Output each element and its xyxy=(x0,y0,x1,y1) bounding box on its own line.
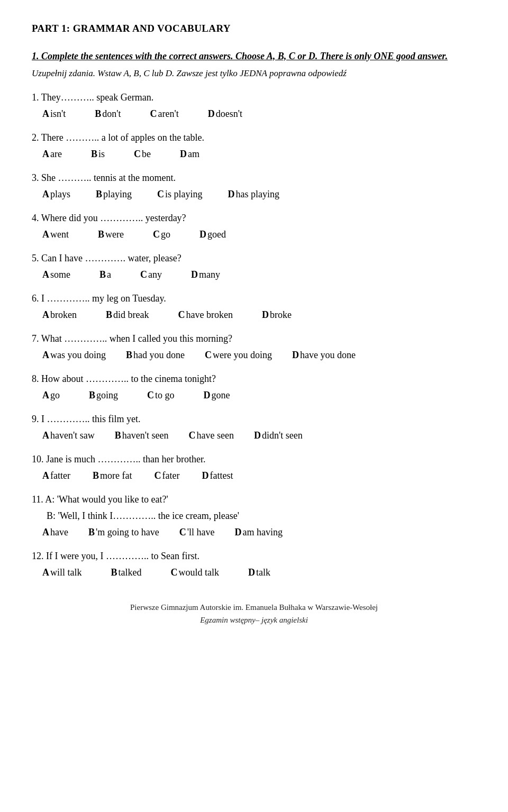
question-block-11: 11. A: 'What would you like to eat?'B: '… xyxy=(32,492,476,540)
answer-text-7-D: have you done xyxy=(300,348,356,362)
answer-text-1-D: doesn't xyxy=(216,107,242,121)
answers-line-1: A isn'tB don'tC aren'tD doesn't xyxy=(32,107,476,121)
answer-letter-10-D: D xyxy=(202,469,208,483)
answer-item-7-D: D have you done xyxy=(292,348,356,362)
question-block-7: 7. What ………….. when I called you this mo… xyxy=(32,332,476,362)
answer-text-3-B: playing xyxy=(103,187,132,202)
question-line-4: 4. Where did you ………….. yesterday? xyxy=(32,211,476,225)
answer-text-10-C: fater xyxy=(162,469,179,483)
question-line-9: 9. I ………….. this film yet. xyxy=(32,412,476,426)
answer-letter-8-C: C xyxy=(147,388,154,403)
answer-item-10-D: D fattest xyxy=(202,469,233,483)
answer-letter-4-C: C xyxy=(153,227,160,242)
answer-item-9-B: B haven't seen xyxy=(115,428,169,443)
answers-line-9: A haven't sawB haven't seenC have seenD … xyxy=(32,428,476,443)
answer-letter-12-B: B xyxy=(111,565,117,580)
answer-item-2-B: B is xyxy=(91,147,105,161)
question-block-3: 3. She ……….. tennis at the moment.A play… xyxy=(32,171,476,202)
answer-text-9-D: didn't seen xyxy=(262,428,303,443)
answer-text-11-C: 'll have xyxy=(187,525,215,540)
answer-text-4-A: went xyxy=(50,227,69,242)
answer-text-8-A: go xyxy=(50,388,60,403)
answer-item-6-D: D broke xyxy=(262,308,292,322)
answer-item-2-A: A are xyxy=(42,147,62,161)
question-line-2: 2. There ……….. a lot of apples on the ta… xyxy=(32,131,476,145)
question-block-10: 10. Jane is much ………….. than her brother… xyxy=(32,452,476,483)
answers-line-11: A haveB 'm going to haveC 'll haveD am h… xyxy=(32,525,476,540)
answer-item-10-A: A fatter xyxy=(42,469,70,483)
answer-item-5-D: D many xyxy=(191,268,220,282)
answer-letter-7-B: B xyxy=(126,348,132,362)
answer-letter-5-D: D xyxy=(191,268,198,282)
questions-list: 1. They……….. speak German.A isn'tB don't… xyxy=(32,90,476,580)
question-num-10: 10. xyxy=(32,454,46,464)
answer-text-6-B: did break xyxy=(113,308,149,322)
answer-item-12-A: A will talk xyxy=(42,565,82,580)
answer-letter-7-D: D xyxy=(292,348,299,362)
answer-text-10-D: fattest xyxy=(210,469,233,483)
answer-text-4-B: were xyxy=(105,227,124,242)
answer-text-6-D: broke xyxy=(270,308,292,322)
instruction-line1: 1. Complete the sentences with the corre… xyxy=(32,51,448,61)
answer-text-6-A: broken xyxy=(50,308,77,322)
answer-item-1-B: B don't xyxy=(95,107,121,121)
answer-letter-12-A: A xyxy=(42,565,49,580)
answer-text-5-A: some xyxy=(50,268,70,282)
answer-item-11-B: B 'm going to have xyxy=(88,525,159,540)
instruction-polish: Uzupełnij zdania. Wstaw A, B, C lub D. Z… xyxy=(32,67,476,80)
answer-item-8-D: D gone xyxy=(204,388,230,403)
question-num-5: 5. xyxy=(32,253,41,263)
answer-item-11-C: C 'll have xyxy=(179,525,215,540)
question-num-3: 3. xyxy=(32,172,41,183)
question-block-2: 2. There ……….. a lot of apples on the ta… xyxy=(32,131,476,161)
answer-letter-11-D: D xyxy=(234,525,241,540)
answer-item-12-C: C would talk xyxy=(171,565,220,580)
answer-letter-9-B: B xyxy=(115,428,121,443)
answer-item-5-B: B a xyxy=(99,268,111,282)
answer-letter-5-A: A xyxy=(42,268,49,282)
question-num-12: 12. xyxy=(32,551,46,561)
answer-item-1-C: C aren't xyxy=(150,107,179,121)
answer-item-8-C: C to go xyxy=(147,388,175,403)
question-num-7: 7. xyxy=(32,333,41,344)
answer-item-3-C: C is playing xyxy=(157,187,203,202)
answer-item-3-D: D has playing xyxy=(228,187,280,202)
answer-text-11-D: am having xyxy=(242,525,282,540)
answer-letter-8-B: B xyxy=(89,388,95,403)
answer-letter-12-C: C xyxy=(171,565,178,580)
part-title: PART 1: GRAMMAR AND VOCABULARY xyxy=(32,21,476,37)
question-line-11-a: 11. A: 'What would you like to eat?' xyxy=(32,492,476,507)
answer-item-8-B: B going xyxy=(89,388,118,403)
answers-line-5: A someB aC anyD many xyxy=(32,268,476,282)
answer-item-5-A: A some xyxy=(42,268,70,282)
answer-letter-1-C: C xyxy=(150,107,157,121)
answer-letter-1-A: A xyxy=(42,107,49,121)
answer-letter-10-A: A xyxy=(42,469,49,483)
answers-line-7: A was you doingB had you doneC were you … xyxy=(32,348,476,362)
answer-text-8-D: gone xyxy=(212,388,230,403)
question-num-6: 6. xyxy=(32,293,41,304)
answer-text-5-D: many xyxy=(199,268,220,282)
answer-item-3-B: B playing xyxy=(96,187,132,202)
question-line-11-b: B: 'Well, I think I………….. the ice cream,… xyxy=(32,509,476,523)
question-num-2: 2. xyxy=(32,132,41,143)
footer-line1: Pierwsze Gimnazjum Autorskie im. Emanuel… xyxy=(32,601,476,614)
answer-item-11-D: D am having xyxy=(234,525,282,540)
answer-letter-10-C: C xyxy=(154,469,161,483)
answers-line-12: A will talkB talkedC would talkD talk xyxy=(32,565,476,580)
answer-item-8-A: A go xyxy=(42,388,60,403)
answer-text-5-C: any xyxy=(148,268,162,282)
answer-letter-11-B: B xyxy=(88,525,95,540)
answer-text-2-C: be xyxy=(142,147,151,161)
answer-letter-3-B: B xyxy=(96,187,102,202)
answer-item-11-A: A have xyxy=(42,525,68,540)
answer-item-6-C: C have broken xyxy=(178,308,232,322)
answer-letter-8-D: D xyxy=(204,388,211,403)
answer-text-7-B: had you done xyxy=(133,348,185,362)
answer-item-7-C: C were you doing xyxy=(205,348,272,362)
question-num-8: 8. xyxy=(32,373,41,384)
question-block-5: 5. Can I have …………. water, please?A some… xyxy=(32,251,476,282)
answer-text-1-B: don't xyxy=(102,107,121,121)
answer-letter-4-D: D xyxy=(199,227,206,242)
answer-letter-11-A: A xyxy=(42,525,49,540)
